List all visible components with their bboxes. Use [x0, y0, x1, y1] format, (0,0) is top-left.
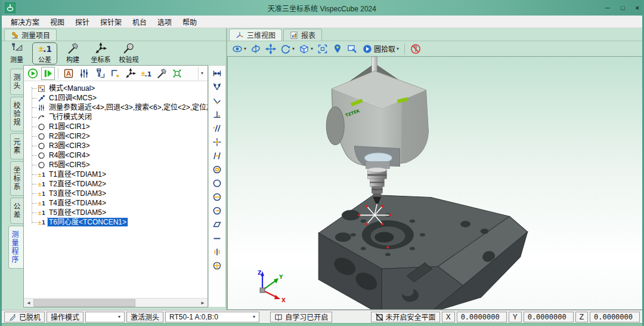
scroll-left-icon[interactable]: ◄ [24, 299, 33, 307]
tree-item-9[interactable]: R5圆<CIR5> [27, 160, 208, 170]
tree-horizontal-scrollbar[interactable]: ◄ ► [24, 298, 208, 307]
tree-item-14[interactable]: ±1T5直径<TDIAM5> [27, 208, 208, 217]
gdt-roundness-button[interactable] [211, 178, 223, 189]
side-tab-program[interactable]: 测量程序 [8, 226, 23, 269]
tab-report[interactable]: 报表 [283, 29, 322, 41]
tree-item-4[interactable]: 飞行模式关闭 [27, 112, 208, 122]
straightness-icon [212, 233, 222, 243]
scrollbar-thumb[interactable] [33, 299, 135, 307]
tab-view3d[interactable]: 三维视图 [229, 29, 282, 41]
menu-probe[interactable]: 探针 [70, 16, 95, 28]
minimize-button[interactable]: ─ [605, 5, 610, 11]
gdt-position-cross-button[interactable] [211, 260, 223, 271]
gdt-angle-button[interactable] [211, 96, 223, 106]
active-probe-dropdown[interactable]: RT50-1 A:0,B:0▾ [165, 312, 259, 322]
win-arrow-icon [347, 44, 358, 54]
chevron-down-icon[interactable]: ▾ [397, 46, 399, 51]
program-fly-mode-button[interactable] [108, 67, 122, 80]
tree-item-6[interactable]: R2圆<CIR2> [27, 131, 208, 141]
scroll-right-icon[interactable]: ► [199, 299, 207, 307]
view-orbit-button[interactable] [250, 44, 261, 54]
chevron-down-icon[interactable]: ▾ [311, 46, 313, 51]
safety-plane-status[interactable]: 未开启安全平面 [371, 312, 440, 322]
side-tab-tolerance[interactable]: 公差 [10, 198, 23, 224]
view-rotate-button[interactable]: ▾ [280, 44, 295, 54]
side-tab-element[interactable]: 元素 [10, 133, 23, 159]
gdt-distance-button[interactable] [211, 68, 223, 79]
program-label-button[interactable]: A [61, 67, 75, 80]
category-gauge-button[interactable]: 校验规 [116, 42, 141, 64]
program-tolerance-button[interactable]: ±.1 [139, 67, 153, 80]
gdt-straightness-button[interactable] [211, 233, 223, 244]
tree-toolbar-overflow-button[interactable]: ▼ [198, 67, 206, 80]
gdt-concentricity-button[interactable] [211, 164, 223, 175]
view-zoom-window-button[interactable] [347, 44, 358, 54]
viewport-3d[interactable]: TZTEK [227, 56, 642, 310]
tree-item-11[interactable]: ±1T2直径<TDIAM2> [27, 179, 208, 189]
chevron-down-icon[interactable]: ▾ [292, 46, 295, 51]
category-tolerance-button[interactable]: ±.1公差 [32, 42, 57, 64]
chevron-down-icon[interactable]: ▾ [249, 314, 255, 319]
program-measure-params-button[interactable] [77, 67, 91, 80]
category-measure-button[interactable]: 测量 [4, 42, 29, 64]
tree-item-2[interactable]: C1回调<MCS> [27, 93, 208, 103]
maximize-button[interactable]: □ [621, 5, 625, 11]
view-circle-pick-button[interactable]: 圆拾取▾ [362, 44, 399, 54]
program-construct-button[interactable] [154, 67, 168, 80]
gdt-symmetry-button[interactable] [211, 247, 223, 257]
tree-item-5[interactable]: R1圆<CIR1> [27, 122, 208, 131]
view-locate-button[interactable] [332, 44, 343, 54]
menu-solution[interactable]: 解决方案 [5, 16, 45, 28]
close-button[interactable]: × [636, 5, 639, 11]
gdt-symmetry-circle-button[interactable] [211, 192, 223, 202]
csys-sm-icon [125, 68, 136, 79]
position-cross-icon [212, 261, 222, 270]
main-area: 测量项目 测量±.1公差构建坐标系校验规 测头校验规元素坐标系公差测量程序 A±… [2, 28, 642, 310]
sliders-xs-icon [38, 104, 45, 112]
tree-item-1[interactable]: 模式<Manual> [27, 84, 208, 93]
window-bottom-border [0, 323, 644, 326]
program-run-button[interactable] [26, 67, 39, 80]
view-zoom-fit-button[interactable] [317, 44, 328, 54]
scene-3d[interactable]: TZTEK [228, 57, 642, 309]
gdt-angularity-button[interactable] [211, 150, 223, 161]
gdt-position-button[interactable] [211, 137, 223, 147]
view-visibility-button[interactable]: ▾ [232, 44, 246, 54]
chevron-down-icon[interactable]: ▾ [244, 46, 246, 51]
side-tab-gauge[interactable]: 校验规 [10, 97, 23, 131]
op-mode-dropdown[interactable]: ▾ [85, 312, 125, 322]
menu-machine[interactable]: 机台 [127, 16, 152, 28]
menu-help[interactable]: 帮助 [177, 16, 202, 28]
side-tab-csys[interactable]: 坐标系 [10, 161, 23, 196]
category-csys-button[interactable]: 坐标系 [88, 42, 113, 64]
menu-options[interactable]: 选项 [152, 16, 177, 28]
program-csys-button[interactable] [123, 67, 137, 80]
tree-item-label: 测量参数逼近<4>,回退<3>,搜索<6>,定位<2>,定位加<2>,测 [48, 103, 208, 112]
view-view-cube-button[interactable]: ▾ [299, 44, 313, 54]
program-step-run-button[interactable] [41, 67, 55, 80]
program-element-button[interactable] [170, 67, 184, 80]
self-learn-toggle[interactable]: 自学习已开启 [270, 312, 332, 322]
gdt-perpendicularity-button[interactable] [211, 109, 223, 120]
tree-item-15[interactable]: ±1T6同心度<TCONCEN1> [27, 217, 208, 227]
tree-item-10[interactable]: ±1T1直径<TDIAM1> [27, 170, 208, 179]
tree-item-12[interactable]: ±1T3直径<TDIAM3> [27, 189, 208, 198]
gdt-runout-button[interactable] [211, 205, 223, 216]
scrollbar-track[interactable] [33, 299, 198, 307]
tree-item-13[interactable]: ±1T4直径<TDIAM4> [27, 198, 208, 208]
view-pan-button[interactable] [265, 44, 276, 54]
tab-measure-project[interactable]: 测量项目 [4, 29, 57, 41]
tree-item-7[interactable]: R3圆<CIR3> [27, 141, 208, 150]
view-probe-display-off-button[interactable] [410, 44, 421, 54]
gdt-angle-v-button[interactable] [211, 82, 223, 93]
tree-item-8[interactable]: R4圆<CIR4> [27, 150, 208, 160]
gdt-flatness-button[interactable] [211, 219, 223, 230]
tree-item-3[interactable]: 测量参数逼近<4>,回退<3>,搜索<6>,定位<2>,定位加<2>,测 [27, 103, 208, 112]
menu-view[interactable]: 视图 [45, 16, 70, 28]
menu-probe-rack[interactable]: 探针架 [95, 16, 127, 28]
chevron-down-icon[interactable]: ▾ [114, 314, 120, 319]
gdt-parallelism-button[interactable] [211, 123, 223, 134]
side-tab-probe[interactable]: 测头 [10, 69, 23, 95]
program-probe-button[interactable] [92, 67, 106, 80]
category-construct-button[interactable]: 构建 [60, 42, 85, 64]
